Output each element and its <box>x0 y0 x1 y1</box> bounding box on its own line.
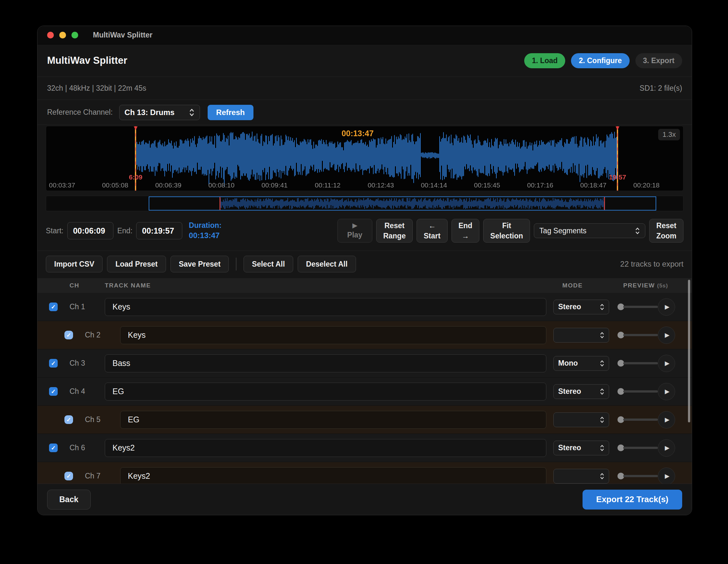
transport-bar: Start: End: Duration: 00:13:47 ▶ Play Re… <box>46 219 683 243</box>
volume-slider-track[interactable] <box>623 475 658 477</box>
time-tick-label: 00:15:45 <box>474 181 500 189</box>
preview-volume-slider <box>607 473 658 479</box>
preview-play-button[interactable] <box>658 411 675 428</box>
track-checkbox[interactable] <box>49 387 58 396</box>
track-name-input[interactable] <box>105 439 546 457</box>
minimap-viewport[interactable] <box>149 196 656 211</box>
save-preset-button[interactable]: Save Preset <box>170 256 229 272</box>
channel-label: Ch 6 <box>70 444 105 452</box>
mode-value: Stereo <box>558 303 581 311</box>
channel-label: Ch 1 <box>70 303 105 311</box>
checkmark-icon <box>51 303 56 311</box>
scrollbar-thumb[interactable] <box>688 280 690 422</box>
back-button[interactable]: Back <box>47 490 91 510</box>
track-checkbox[interactable] <box>49 359 58 368</box>
close-window-button[interactable] <box>47 32 54 38</box>
track-checkbox[interactable] <box>64 415 73 424</box>
time-tick-label: 00:03:37 <box>49 181 75 189</box>
time-tick-label: 00:12:43 <box>368 181 394 189</box>
duration-display: Duration: 00:13:47 <box>189 220 221 241</box>
reset-range-button[interactable]: Reset Range <box>376 219 413 243</box>
preview-play-button[interactable] <box>658 468 675 484</box>
checkmark-icon <box>51 360 56 367</box>
playhead-time-label: 00:13:47 <box>342 129 374 138</box>
mode-select[interactable] <box>553 328 609 343</box>
track-checkbox[interactable] <box>64 331 73 339</box>
volume-slider-track[interactable] <box>623 334 658 336</box>
preview-play-button[interactable] <box>658 383 675 400</box>
toolbar-divider <box>236 258 236 270</box>
column-header-mode: MODE <box>546 282 607 289</box>
select-all-button[interactable]: Select All <box>244 256 293 272</box>
track-checkbox[interactable] <box>49 444 58 452</box>
preset-toolbar: Import CSV Load Preset Save Preset Selec… <box>37 251 692 278</box>
volume-slider-track[interactable] <box>623 362 658 364</box>
reset-zoom-button[interactable]: Reset Zoom <box>649 219 683 243</box>
mode-select[interactable]: Stereo <box>553 300 609 314</box>
mode-select[interactable] <box>553 469 609 484</box>
track-row: Ch 4 Stereo <box>37 377 692 406</box>
track-checkbox[interactable] <box>49 303 58 311</box>
minimize-window-button[interactable] <box>59 32 66 38</box>
export-tracks-button[interactable]: Export 22 Track(s) <box>583 490 682 510</box>
track-checkbox[interactable] <box>64 472 73 480</box>
mode-value: Stereo <box>558 387 581 396</box>
file-format-info: 32ch | 48kHz | 32bit | 22m 45s <box>47 84 146 93</box>
time-tick-label: 00:09:41 <box>261 181 288 189</box>
play-icon <box>664 416 670 423</box>
preview-play-button[interactable] <box>658 355 675 372</box>
play-icon <box>664 388 670 395</box>
minimap[interactable] <box>46 196 683 211</box>
track-name-input[interactable] <box>105 383 546 401</box>
footer-bar: Back Export 22 Track(s) <box>37 484 692 515</box>
step-load[interactable]: 1. Load <box>524 53 566 68</box>
mode-select[interactable]: Stereo <box>553 384 609 399</box>
end-time-input[interactable] <box>136 222 182 239</box>
end-marker-time-label: 19:57 <box>609 173 626 181</box>
play-icon <box>664 303 670 311</box>
volume-slider-track[interactable] <box>623 306 658 308</box>
play-icon <box>664 444 670 452</box>
track-name-input[interactable] <box>105 354 546 372</box>
track-row: Ch 7 <box>37 462 692 484</box>
mode-select[interactable]: Stereo <box>553 441 609 455</box>
track-name-input[interactable] <box>105 298 546 316</box>
checkmark-icon <box>51 388 56 395</box>
fit-selection-button[interactable]: Fit Selection <box>483 219 530 243</box>
play-button[interactable]: ▶ Play <box>337 219 372 243</box>
volume-slider-track[interactable] <box>623 447 658 449</box>
marker-pin-icon: ▼ <box>614 126 621 131</box>
preview-play-button[interactable] <box>658 327 675 344</box>
jump-to-start-button[interactable]: ← Start <box>417 219 447 243</box>
load-preset-button[interactable]: Load Preset <box>107 256 166 272</box>
channel-label: Ch 4 <box>70 387 105 396</box>
waveform-panel[interactable]: ▼ ▼ 00:13:47 1.3x 6:09 19:57 00:03:3700:… <box>46 126 683 191</box>
preview-play-button[interactable] <box>658 298 675 316</box>
play-icon <box>664 331 670 339</box>
play-icon <box>664 360 670 367</box>
channel-label: Ch 3 <box>70 359 105 368</box>
deselect-all-button[interactable]: Deselect All <box>298 256 356 272</box>
refresh-button[interactable]: Refresh <box>208 105 253 120</box>
import-csv-button[interactable]: Import CSV <box>46 256 103 272</box>
duration-label: Duration: <box>189 220 221 230</box>
track-name-input[interactable] <box>120 326 546 344</box>
reference-channel-select[interactable]: Ch 13: Drums <box>119 105 200 120</box>
volume-slider-track[interactable] <box>623 419 658 421</box>
track-name-input[interactable] <box>120 411 546 429</box>
step-export[interactable]: 3. Export <box>635 53 682 68</box>
mode-select[interactable] <box>553 412 609 427</box>
track-name-input[interactable] <box>120 467 546 484</box>
reference-channel-row: Reference Channel: Ch 13: Drums Refresh <box>37 100 692 125</box>
column-header-preview: PREVIEW (5s) <box>607 282 679 289</box>
time-tick-label: 00:20:18 <box>633 181 660 189</box>
maximize-window-button[interactable] <box>71 32 78 38</box>
step-configure[interactable]: 2. Configure <box>571 53 629 68</box>
tag-segments-value: Tag Segments <box>539 227 586 235</box>
start-time-input[interactable] <box>67 222 113 239</box>
volume-slider-track[interactable] <box>623 390 658 393</box>
preview-play-button[interactable] <box>658 439 675 457</box>
mode-select[interactable]: Mono <box>553 356 609 371</box>
tag-segments-select[interactable]: Tag Segments <box>534 223 645 238</box>
jump-to-end-button[interactable]: End → <box>451 219 479 243</box>
